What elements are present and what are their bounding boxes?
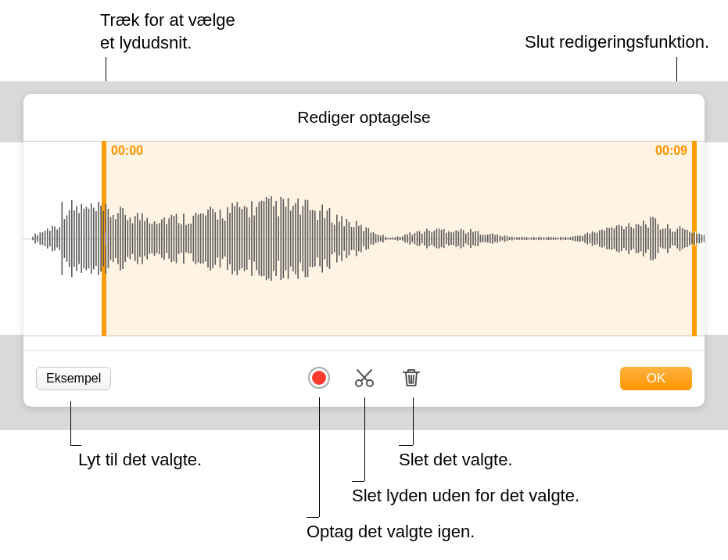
trash-icon (400, 366, 423, 392)
waveform (23, 156, 705, 321)
callout-line (70, 401, 71, 445)
svg-line-286 (409, 375, 410, 383)
callout-drag-select: Træk for at vælge et lydudsnit. (100, 9, 235, 54)
callout-line (352, 481, 364, 482)
callout-line (399, 445, 413, 446)
panel-title: Rediger optagelse (23, 108, 705, 127)
record-button[interactable] (305, 364, 333, 393)
svg-line-288 (413, 375, 414, 383)
ok-button[interactable]: OK (620, 367, 692, 390)
scissors-icon (353, 366, 376, 392)
edit-recording-panel: Rediger optagelse 00:00 00:09 Eksempel (23, 94, 705, 407)
callout-rerecord: Optag det valgte igen. (307, 521, 475, 544)
record-icon (307, 366, 331, 392)
callout-line (70, 445, 81, 446)
callout-delete-selected: Slet det valgte. (399, 449, 513, 472)
callout-line (319, 397, 320, 517)
waveform-area[interactable]: 00:00 00:09 (23, 141, 705, 336)
callout-line (364, 397, 365, 481)
callout-line (307, 517, 319, 518)
delete-button[interactable] (397, 364, 425, 393)
callout-delete-outside: Slet lyden uden for det valgte. (352, 485, 579, 508)
callout-end-edit: Slut redigeringsfunktion. (525, 31, 709, 54)
svg-point-281 (312, 371, 326, 385)
callout-line (413, 397, 414, 445)
preview-button[interactable]: Eksempel (36, 367, 111, 390)
callout-listen: Lyt til det valgte. (78, 449, 202, 472)
trim-button[interactable] (350, 364, 378, 393)
